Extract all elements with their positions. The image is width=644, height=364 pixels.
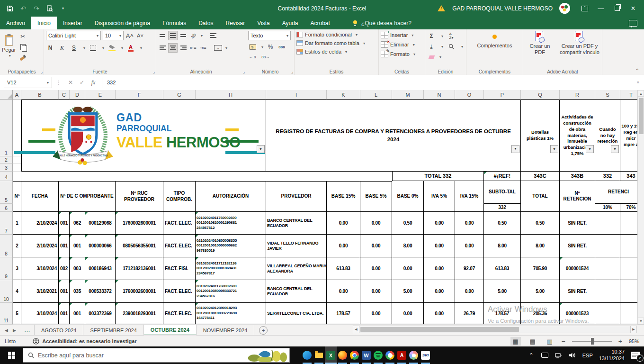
- font-dialog-launcher-icon[interactable]: ⌟: [153, 69, 155, 74]
- column-header-C[interactable]: C: [59, 90, 70, 100]
- cell[interactable]: 0.00: [424, 303, 455, 324]
- chrome-app[interactable]: [349, 346, 360, 364]
- header-base0[interactable]: BASE 0%: [392, 181, 424, 212]
- fill-color-icon[interactable]: [107, 44, 116, 52]
- header-autorizacion[interactable]: AUTORIZACIÓN: [196, 181, 266, 212]
- cell[interactable]: 0.00: [327, 212, 360, 235]
- print-preview-icon[interactable]: [45, 4, 54, 13]
- column-header-K[interactable]: K: [327, 90, 360, 100]
- acrobat-app[interactable]: A: [396, 346, 408, 364]
- ribbon-tab-fórmulas[interactable]: Fórmulas: [156, 17, 192, 29]
- scroll-left-icon[interactable]: ◀: [353, 326, 359, 333]
- header-fecha[interactable]: FECHA: [21, 181, 59, 212]
- cell[interactable]: 0.00: [360, 257, 392, 280]
- align-right-icon[interactable]: [179, 44, 188, 52]
- accessibility-checker[interactable]: Accesibilidad: es necesario investigar: [33, 338, 136, 345]
- cell[interactable]: 613.83: [484, 257, 521, 280]
- avatar[interactable]: [559, 3, 570, 14]
- comments-icon[interactable]: [629, 20, 637, 27]
- cell[interactable]: FACT. ELEC.: [163, 303, 196, 324]
- addins-button[interactable]: Complementos: [468, 35, 521, 48]
- account-name[interactable]: GAD PARROQUIAL VALLE HERMOSO: [452, 5, 553, 12]
- clear-icon[interactable]: [427, 53, 436, 61]
- create-pdf-share-button[interactable]: Crear un PDF y compartir vínculo: [559, 31, 600, 55]
- cell[interactable]: SIN RET.: [560, 235, 595, 257]
- row-header-8[interactable]: 8: [0, 235, 13, 257]
- header-ret-10[interactable]: 10%: [595, 204, 620, 212]
- cell[interactable]: 0.00: [360, 280, 392, 303]
- conditional-format-button[interactable]: Formato condicional▾: [296, 32, 376, 37]
- cell[interactable]: 1: [13, 212, 21, 235]
- insert-cells-button[interactable]: + Insertar▾: [381, 32, 423, 38]
- cell[interactable]: 0.50: [392, 212, 424, 235]
- ribbon-tab-revisar[interactable]: Revisar: [220, 17, 251, 29]
- word-app[interactable]: W: [360, 346, 372, 364]
- header-n-retencion[interactable]: Nº RETENCION: [560, 181, 595, 212]
- header-ruc[interactable]: Nº RUC PROVEEDOR: [116, 181, 163, 212]
- cell[interactable]: 062: [70, 212, 85, 235]
- cell[interactable]: 000001523: [560, 303, 595, 324]
- autosum-icon[interactable]: Σ: [427, 32, 436, 40]
- cell[interactable]: VIDAL TELLO FERNANDO JAVIER: [266, 235, 327, 257]
- header-iva5[interactable]: IVA 5%: [424, 181, 455, 212]
- tell-me-search[interactable]: ¿Qué desea hacer?: [352, 17, 411, 29]
- clipboard-dialog-launcher-icon[interactable]: ⌟: [41, 69, 43, 74]
- cell[interactable]: 000129068: [85, 212, 116, 235]
- filter-header-q[interactable]: Botellas plásticas 1% ▼: [521, 100, 560, 172]
- cell[interactable]: [13, 100, 21, 156]
- scroll-right-icon[interactable]: ▶: [630, 326, 637, 333]
- code-cell-r4[interactable]: 343B: [560, 172, 595, 181]
- ribbon-display-options-icon[interactable]: ⌃: [577, 1, 593, 16]
- row-header-6[interactable]: 6: [0, 204, 13, 212]
- ribbon-tab-datos[interactable]: Datos: [192, 17, 219, 29]
- language-indicator[interactable]: ESP: [582, 353, 593, 358]
- zoom-in-icon[interactable]: +: [618, 337, 622, 345]
- taskbar-search[interactable]: Escribe aquí para buscar: [23, 348, 290, 363]
- font-size-select[interactable]: 10▾: [103, 31, 124, 40]
- cell[interactable]: 001: [70, 235, 85, 257]
- select-all-corner[interactable]: [0, 90, 13, 100]
- header-proveedor[interactable]: PROVEEDOR: [266, 181, 327, 212]
- cell[interactable]: 02102024010805056355 0012001001000000066…: [196, 235, 266, 257]
- header-base5[interactable]: BASE 5%: [360, 181, 392, 212]
- cell[interactable]: 0.00: [424, 235, 455, 257]
- google-meet-app[interactable]: [384, 346, 396, 364]
- scroll-up-icon[interactable]: ▲: [638, 90, 644, 97]
- cell[interactable]: 2: [13, 235, 21, 257]
- ref-error-cell[interactable]: #¡REF!: [484, 172, 521, 181]
- italic-button[interactable]: K: [58, 44, 66, 52]
- decrease-indent-icon[interactable]: ⇤≡: [189, 44, 197, 52]
- cell[interactable]: FACT. ELEC.: [163, 212, 196, 235]
- close-icon[interactable]: ×: [625, 1, 641, 16]
- sheet-tab-septiembre-2024[interactable]: SEPTIEMBRE 2024: [83, 325, 143, 336]
- cell[interactable]: 0.00: [327, 235, 360, 257]
- cell[interactable]: 3/10/2021: [21, 280, 59, 303]
- cell[interactable]: SIN RET.: [560, 212, 595, 235]
- cell[interactable]: 001: [59, 303, 70, 324]
- cell[interactable]: 5: [13, 303, 21, 324]
- row-header-1[interactable]: 1: [0, 100, 13, 156]
- font-color-icon[interactable]: A: [126, 44, 135, 52]
- filter-dropdown-icon[interactable]: ▼: [586, 145, 594, 153]
- header-subtotal[interactable]: SUBTO-TAL: [484, 181, 521, 204]
- increase-indent-icon[interactable]: ⇥≡: [199, 44, 207, 52]
- column-header-A[interactable]: A: [13, 90, 21, 100]
- cell[interactable]: 0805056355001: [116, 235, 163, 257]
- merge-center-icon[interactable]: ↔: [214, 44, 222, 52]
- cell[interactable]: [595, 235, 620, 257]
- logo-cell[interactable]: VALLE HERMOSO TURÍSTICO Y PRODUCTIVO GAD…: [21, 100, 266, 172]
- align-top-icon[interactable]: [158, 31, 167, 40]
- new-sheet-icon[interactable]: +: [259, 326, 268, 335]
- notification-center-icon[interactable]: 2: [631, 352, 640, 359]
- row-header-9[interactable]: 9: [0, 257, 13, 280]
- cell[interactable]: 0.00: [360, 303, 392, 324]
- page-layout-view-icon[interactable]: ▤: [528, 337, 538, 346]
- filter-dropdown-icon[interactable]: ▼: [550, 145, 558, 153]
- cell[interactable]: FACT. FISI.: [163, 257, 196, 280]
- header-tipo[interactable]: TIPO COMPROB.: [163, 181, 196, 212]
- cell[interactable]: 5.00: [484, 280, 521, 303]
- row-header-7[interactable]: 7: [0, 212, 13, 235]
- cell[interactable]: 001: [59, 280, 70, 303]
- align-center-icon[interactable]: [168, 43, 178, 53]
- column-header-F[interactable]: F: [116, 90, 163, 100]
